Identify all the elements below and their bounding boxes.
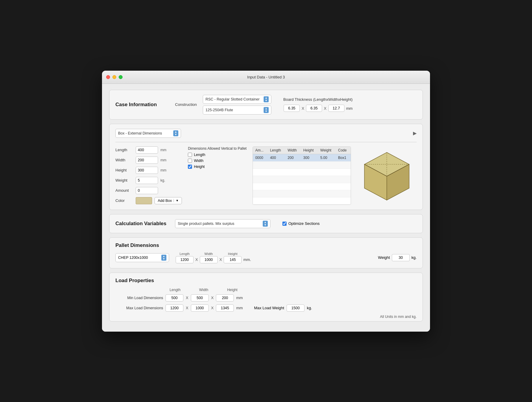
width-unit: mm — [160, 158, 166, 162]
height-checkbox[interactable] — [188, 165, 192, 169]
table-row[interactable]: 0000 400 200 300 5.00 Box1 — [253, 154, 351, 161]
height-check-label: Height — [194, 165, 205, 169]
pallet-weight-input[interactable]: 30 — [392, 254, 410, 261]
close-button[interactable] — [106, 75, 110, 79]
max-weight-input[interactable]: 1500 — [287, 304, 304, 312]
pallet-height-input[interactable]: 145 — [224, 256, 242, 263]
load-props-title: Load Properties — [115, 278, 154, 283]
max-unit: mm — [236, 306, 243, 310]
height-input[interactable]: 300 — [136, 167, 158, 174]
calc-vars-section: Calculation Variables Single product pal… — [109, 214, 423, 233]
box-dims-label: Box - External Dimensions — [118, 131, 162, 135]
lhd-width-label: Width — [195, 288, 213, 292]
min-length-input[interactable]: 500 — [166, 294, 183, 302]
height-unit: mm — [160, 168, 166, 172]
table-row-empty-1 — [253, 161, 351, 168]
cell-weight: 5.00 — [318, 154, 336, 161]
max-width-input[interactable]: 1000 — [191, 304, 209, 312]
min-width-input[interactable]: 500 — [191, 294, 209, 302]
pallet-height-label: Height — [228, 252, 237, 256]
max-weight-unit: kg. — [307, 306, 312, 310]
pallet-weight-label: Weight — [378, 255, 390, 260]
pallet-dims-section: Pallet Dimensions CHEP 1200x1000 ▲▼ Leng… — [109, 237, 423, 268]
window-title: Input Data - Untitled 3 — [247, 75, 285, 79]
cell-length: 400 — [267, 154, 285, 161]
calc-vars-dropdown[interactable]: Single product pallets. Mix surplus ▲▼ — [175, 219, 270, 228]
max-height-input[interactable]: 1345 — [216, 304, 234, 312]
construction-value: RSC - Regular Slotted Container — [205, 97, 259, 101]
box-dims-arrow: ▲▼ — [173, 130, 178, 136]
optimize-label: Optimize Sections — [288, 221, 320, 226]
minimize-button[interactable] — [112, 75, 116, 79]
construction-dropdown[interactable]: RSC - Regular Slotted Container ▲▼ — [203, 95, 271, 104]
construction-label: Construction — [175, 102, 197, 107]
case-information-section: Case Information Construction RSC - Regu… — [109, 90, 423, 120]
col-code: Code — [336, 147, 351, 154]
width-input[interactable]: 200 — [136, 157, 158, 164]
flute-dropdown[interactable]: 125-250#B Flute ▲▼ — [203, 106, 271, 115]
pallet-x1: X — [195, 257, 198, 262]
thickness-height-input[interactable]: 12.7 — [328, 105, 344, 112]
thickness-length-input[interactable]: 6.35 — [284, 105, 300, 112]
min-x2: X — [211, 296, 214, 300]
max-length-input[interactable]: 1200 — [166, 304, 183, 312]
weight-input[interactable]: 5 — [136, 177, 158, 184]
flute-arrow: ▲▼ — [264, 107, 269, 113]
pallet-weight-unit: kg. — [412, 255, 417, 260]
max-load-label: Max Load Dimensions — [115, 306, 163, 310]
thickness-width-input[interactable]: 6.35 — [306, 105, 322, 112]
table-row-empty-6 — [253, 197, 351, 204]
width-check-label: Width — [194, 159, 203, 163]
length-unit: mm — [160, 148, 166, 152]
thickness-inputs: 6.35 X 6.35 X 12.7 mm — [284, 105, 352, 112]
col-height: Height — [301, 147, 318, 154]
col-length: Length — [267, 147, 285, 154]
color-label: Color — [115, 198, 133, 203]
length-input[interactable]: 400 — [136, 146, 158, 154]
box-input-fields: Length 400 mm Width 200 mm Height 300 mm — [115, 146, 182, 204]
pallet-length-input[interactable]: 1200 — [176, 256, 194, 263]
cell-width: 200 — [285, 154, 301, 161]
add-box-dropdown-arrow[interactable]: ▼ — [174, 199, 179, 202]
length-label: Length — [115, 148, 133, 152]
max-x1: X — [186, 306, 188, 310]
all-units-note: All Units in mm and kg. — [115, 315, 417, 319]
pallet-width-label: Width — [205, 252, 213, 256]
box-dims-dropdown[interactable]: Box - External Dimensions ▲▼ — [115, 129, 181, 138]
add-box-button[interactable]: Add Box ▼ — [154, 197, 182, 204]
amount-input[interactable]: 0 — [136, 187, 158, 194]
min-height-input[interactable]: 200 — [216, 294, 234, 302]
box-illustration — [357, 146, 417, 203]
cell-height: 300 — [301, 154, 318, 161]
maximize-button[interactable] — [119, 75, 123, 79]
table-row-empty-3 — [253, 176, 351, 183]
max-x2: X — [211, 306, 214, 310]
pallet-width-input[interactable]: 1000 — [200, 256, 218, 263]
pallet-dims-title: Pallet Dimensions — [115, 242, 159, 248]
expand-arrow[interactable]: ▶ — [413, 130, 417, 136]
thickness-x2: X — [324, 106, 327, 111]
table-row-empty-5 — [253, 190, 351, 197]
cell-code: Box1 — [336, 154, 351, 161]
load-props-section: Load Properties Length Width Height Min … — [109, 273, 423, 321]
width-checkbox[interactable] — [188, 159, 192, 163]
amount-label: Amount — [115, 188, 133, 193]
case-info-title: Case Information — [115, 102, 169, 108]
pallet-dropdown[interactable]: CHEP 1200x1000 ▲▼ — [115, 253, 169, 262]
dims-allowed-title: Dimensions Allowed Vertical to Pallet — [188, 146, 247, 151]
calc-vars-value: Single product pallets. Mix surplus — [178, 222, 234, 226]
col-width: Width — [285, 147, 301, 154]
col-amount: Am... — [253, 147, 267, 154]
min-x1: X — [186, 296, 188, 300]
length-checkbox[interactable] — [188, 153, 192, 157]
color-swatch[interactable] — [136, 197, 152, 204]
max-weight-label: Max Load Weight — [254, 306, 284, 310]
col-weight: Weight — [318, 147, 336, 154]
calc-vars-title: Calculation Variables — [115, 221, 169, 227]
optimize-checkbox[interactable] — [282, 222, 287, 226]
titlebar: Input Data - Untitled 3 — [102, 71, 430, 84]
pallet-length-label: Length — [180, 252, 190, 256]
cell-amount: 0000 — [253, 154, 267, 161]
min-unit: mm — [236, 296, 243, 300]
pallet-arrow: ▲▼ — [161, 255, 166, 261]
